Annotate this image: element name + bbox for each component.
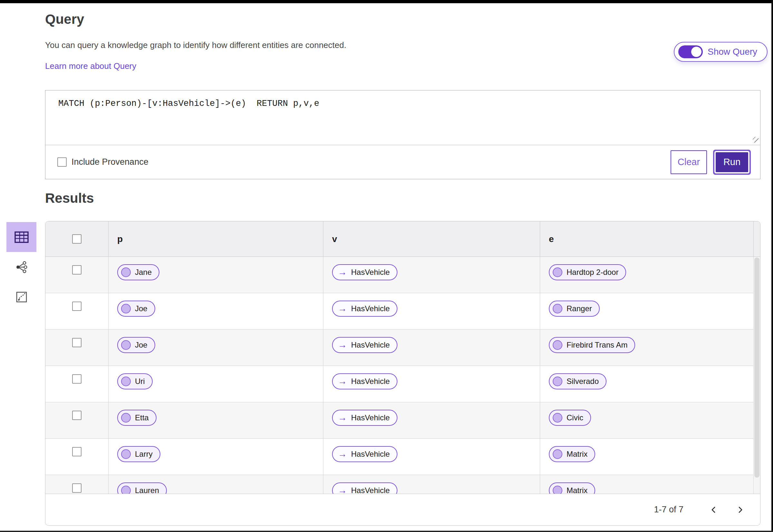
node-badge[interactable]: Firebird Trans Am [549,337,635,353]
edge-label: HasVehicle [351,486,390,494]
node-badge[interactable]: Larry [117,446,160,462]
previous-page-button[interactable] [707,503,721,517]
node-icon [553,340,562,350]
row-checkbox-cell [45,257,108,293]
header-checkbox-cell [45,221,108,257]
node-label: Matrix [566,486,588,494]
cell-v: → HasVehicle [323,402,540,438]
node-badge[interactable]: Silverado [549,373,607,389]
results-table-body-viewport: Jane → HasVehicle Hardtop 2-door Joe [45,257,760,494]
results-title: Results [45,191,94,206]
scatter-view-button[interactable] [6,282,36,312]
edge-badge[interactable]: → HasVehicle [332,482,397,494]
arrow-right-icon: → [338,486,347,494]
pagination-range-label: 1-7 of 7 [654,505,684,515]
cell-p: Joe [108,293,323,329]
column-header-v[interactable]: v [323,221,540,257]
edge-label: HasVehicle [351,450,390,459]
query-editor-area[interactable]: MATCH (p:Person)-[v:HasVehicle]->(e) RET… [45,90,760,145]
chevron-right-icon [736,506,744,514]
next-page-button[interactable] [733,503,747,517]
node-icon [121,449,131,459]
table-row: Jane → HasVehicle Hardtop 2-door [45,257,760,293]
row-checkbox[interactable] [72,302,81,311]
node-icon [553,304,562,313]
chevron-left-icon [710,506,718,514]
query-editor-text[interactable]: MATCH (p:Person)-[v:HasVehicle]->(e) RET… [45,90,760,117]
clear-button[interactable]: Clear [671,150,707,174]
page-title: Query [45,12,84,27]
edge-badge[interactable]: → HasVehicle [332,410,397,426]
edge-badge[interactable]: → HasVehicle [332,301,397,317]
node-icon [553,449,562,459]
edge-badge[interactable]: → HasVehicle [332,446,397,462]
node-icon [553,267,562,277]
cell-e: Silverado [540,366,760,402]
row-checkbox[interactable] [72,483,81,493]
cell-e: Ranger [540,293,760,329]
node-badge[interactable]: Lauren [117,482,167,494]
node-label: Silverado [566,377,599,386]
results-table-card: p v e Jane → HasVehicle Hardtop 2 [45,221,760,526]
node-label: Joe [135,341,147,350]
row-checkbox[interactable] [72,374,81,384]
node-badge[interactable]: Civic [549,410,591,426]
cell-v: → HasVehicle [323,293,540,329]
select-all-checkbox[interactable] [72,234,81,244]
scatter-view-icon [15,291,28,303]
node-label: Ranger [566,304,592,313]
node-badge[interactable]: Etta [117,410,156,426]
cell-v: → HasVehicle [323,475,540,494]
results-pagination-bar: 1-7 of 7 [45,494,760,525]
graph-view-button[interactable] [6,252,36,282]
query-description: You can query a knowledge graph to ident… [45,40,346,50]
node-badge[interactable]: Jane [117,264,159,280]
cell-p: Etta [108,402,323,438]
edge-badge[interactable]: → HasVehicle [332,373,397,389]
table-view-button[interactable] [6,222,36,252]
header-scrollbar-spacer [753,221,762,257]
node-badge[interactable]: Uri [117,373,153,389]
edge-badge[interactable]: → HasVehicle [332,264,397,280]
window-right-border [771,0,773,532]
learn-more-link[interactable]: Learn more about Query [45,61,136,71]
row-checkbox[interactable] [72,265,81,275]
node-badge[interactable]: Matrix [549,482,595,494]
node-icon [121,267,131,277]
query-editor-card: MATCH (p:Person)-[v:HasVehicle]->(e) RET… [45,90,760,179]
resize-handle-icon[interactable] [753,137,759,143]
results-view-switcher [6,222,36,312]
node-label: Civic [566,413,583,422]
row-checkbox[interactable] [72,447,81,456]
row-checkbox[interactable] [72,411,81,420]
node-badge[interactable]: Matrix [549,446,595,462]
table-row: Larry → HasVehicle Matrix [45,439,760,475]
node-badge[interactable]: Hardtop 2-door [549,264,626,280]
node-icon [121,340,131,350]
column-header-p[interactable]: p [108,221,323,257]
node-badge[interactable]: Joe [117,301,155,317]
vertical-scrollbar[interactable] [753,257,760,494]
edge-label: HasVehicle [351,304,390,313]
node-icon [121,413,131,423]
show-query-toggle[interactable]: Show Query [674,42,768,62]
row-checkbox[interactable] [72,338,81,347]
include-provenance-option[interactable]: Include Provenance [57,157,148,167]
include-provenance-checkbox[interactable] [57,157,67,167]
window-bottom-border [0,531,773,532]
node-icon [121,377,131,386]
node-icon [121,486,131,494]
edge-badge[interactable]: → HasVehicle [332,337,397,353]
node-badge[interactable]: Joe [117,337,155,353]
cell-v: → HasVehicle [323,366,540,402]
cell-v: → HasVehicle [323,257,540,293]
table-row: Joe → HasVehicle Firebird Trans Am [45,330,760,366]
graph-view-icon [15,261,28,273]
cell-p: Joe [108,330,323,366]
node-badge[interactable]: Ranger [549,301,600,317]
toggle-on-icon[interactable] [678,45,703,58]
scrollbar-thumb[interactable] [754,257,759,478]
node-label: Matrix [566,450,588,459]
column-header-e[interactable]: e [540,221,753,257]
run-button[interactable]: Run [716,152,748,172]
